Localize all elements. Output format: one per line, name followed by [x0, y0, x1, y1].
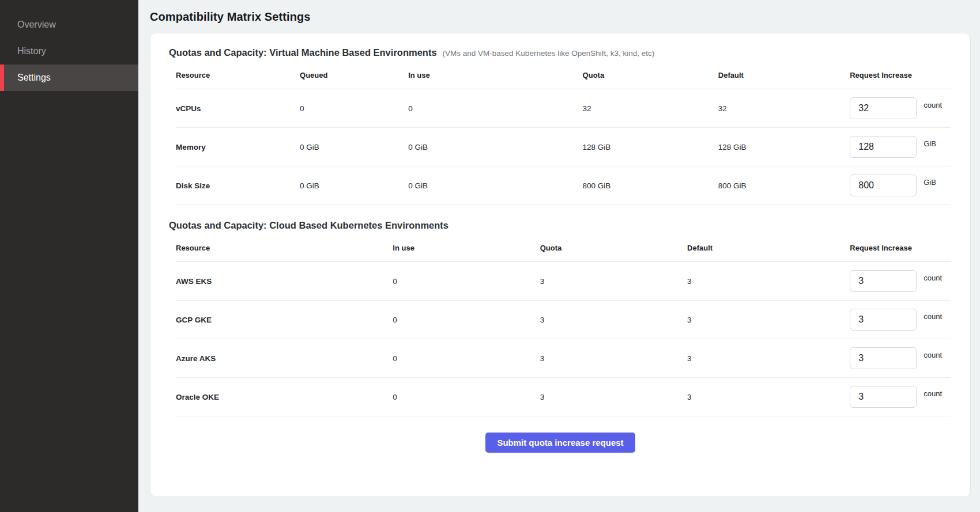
column-header: Request Increase — [850, 60, 951, 89]
section-heading: Quotas and Capacity: Virtual Machine Bas… — [169, 47, 437, 58]
request-increase-input[interactable] — [850, 386, 917, 408]
table-row: Memory0 GiB0 GiB128 GiB128 GiBGiB — [176, 128, 951, 166]
unit-label: GiB — [924, 139, 936, 148]
cell-request-increase: count — [850, 89, 951, 128]
request-increase-input[interactable] — [850, 270, 917, 292]
submit-quota-increase-button[interactable]: Submit quota increase request — [485, 433, 635, 453]
request-increase-input[interactable] — [850, 136, 917, 158]
column-header: Resource — [176, 233, 393, 262]
settings-card: Quotas and Capacity: Virtual Machine Bas… — [150, 33, 971, 497]
section-heading-row: Quotas and Capacity: Cloud Based Kuberne… — [168, 220, 953, 231]
sidebar-item-overview[interactable]: Overview — [0, 12, 138, 38]
column-header: Default — [718, 60, 850, 89]
cell-in_use: 0 — [393, 301, 540, 339]
table-row: GCP GKE033count — [176, 301, 951, 339]
request-increase-input[interactable] — [850, 347, 917, 369]
sidebar-item-label: Overview — [17, 20, 56, 30]
sidebar: OverviewHistorySettings — [0, 0, 138, 512]
cell-request-increase: GiB — [850, 166, 951, 205]
page-title: Compatibility Matrix Settings — [150, 10, 971, 24]
table-header-row: ResourceQueuedIn useQuotaDefaultRequest … — [176, 60, 951, 89]
column-header: Queued — [300, 60, 408, 89]
cell-request-increase: count — [850, 339, 951, 378]
cell-request-increase: count — [850, 262, 951, 301]
cell-quota: 3 — [540, 339, 687, 378]
active-indicator-bar — [0, 65, 4, 91]
unit-label: count — [924, 312, 942, 321]
cell-resource: AWS EKS — [176, 262, 393, 301]
column-header: Default — [687, 233, 850, 262]
request-increase-input[interactable] — [850, 175, 917, 196]
cloud-quota-table: ResourceIn useQuotaDefaultRequest Increa… — [176, 233, 951, 416]
request-increase-wrap: count — [850, 386, 951, 408]
cell-quota: 128 GiB — [583, 128, 718, 166]
sidebar-item-label: Settings — [17, 73, 51, 83]
column-header: In use — [408, 60, 582, 89]
cell-request-increase: GiB — [850, 128, 951, 166]
cell-resource: vCPUs — [176, 89, 300, 128]
request-increase-input[interactable] — [850, 309, 917, 331]
request-increase-wrap: count — [850, 270, 951, 292]
column-header: Quota — [583, 60, 718, 89]
table-row: Azure AKS033count — [176, 339, 951, 378]
unit-label: count — [924, 274, 942, 282]
cell-resource: Oracle OKE — [176, 378, 393, 416]
table-header-row: ResourceIn useQuotaDefaultRequest Increa… — [176, 233, 951, 262]
cell-queued: 0 — [300, 89, 408, 128]
cell-quota: 32 — [583, 89, 718, 128]
cell-quota: 800 GiB — [583, 166, 718, 205]
cell-quota: 3 — [540, 378, 687, 416]
column-header: Resource — [176, 60, 300, 89]
cell-queued: 0 GiB — [300, 166, 408, 205]
table-row: Disk Size0 GiB0 GiB800 GiB800 GiBGiB — [176, 166, 951, 205]
vm-quota-table: ResourceQueuedIn useQuotaDefaultRequest … — [176, 60, 951, 205]
cell-in_use: 0 — [393, 378, 540, 416]
section-vm-environments: Quotas and Capacity: Virtual Machine Bas… — [168, 47, 953, 205]
request-increase-wrap: count — [850, 309, 951, 331]
request-increase-wrap: count — [850, 97, 951, 119]
cell-default: 3 — [687, 339, 850, 378]
cell-quota: 3 — [540, 301, 687, 339]
cell-resource: Azure AKS — [176, 339, 393, 378]
cell-default: 3 — [687, 378, 850, 416]
cell-in_use: 0 — [393, 339, 540, 378]
section-heading-row: Quotas and Capacity: Virtual Machine Bas… — [168, 47, 953, 58]
request-increase-input[interactable] — [850, 97, 917, 119]
cell-in_use: 0 GiB — [408, 128, 582, 166]
cell-default: 32 — [718, 89, 850, 128]
cell-request-increase: count — [850, 301, 951, 339]
cell-quota: 3 — [540, 262, 687, 301]
cell-resource: GCP GKE — [176, 301, 393, 339]
table-row: Oracle OKE033count — [176, 378, 951, 416]
cell-request-increase: count — [850, 378, 951, 416]
table-row: AWS EKS033count — [176, 262, 951, 301]
cell-default: 3 — [687, 301, 850, 339]
cell-default: 3 — [687, 262, 850, 301]
cell-in_use: 0 — [408, 89, 582, 128]
sidebar-nav: OverviewHistorySettings — [0, 12, 138, 91]
submit-row: Submit quota increase request — [168, 416, 953, 461]
section-note: (VMs and VM-based Kubernetes like OpenSh… — [443, 49, 655, 58]
unit-label: count — [924, 101, 942, 109]
section-cloud-kubernetes: Quotas and Capacity: Cloud Based Kuberne… — [168, 220, 953, 416]
sidebar-item-history[interactable]: History — [0, 38, 138, 65]
request-increase-wrap: GiB — [850, 175, 951, 196]
request-increase-wrap: count — [850, 347, 951, 369]
column-header: In use — [393, 233, 540, 262]
table-row: vCPUs003232count — [176, 89, 951, 128]
column-header: Request Increase — [850, 233, 951, 262]
cell-in_use: 0 — [393, 262, 540, 301]
cell-default: 800 GiB — [718, 166, 850, 205]
app-window: OverviewHistorySettings Compatibility Ma… — [0, 0, 980, 512]
cell-resource: Disk Size — [176, 166, 300, 205]
cell-default: 128 GiB — [718, 128, 850, 166]
unit-label: count — [924, 389, 942, 398]
section-heading: Quotas and Capacity: Cloud Based Kuberne… — [169, 220, 448, 231]
cell-queued: 0 GiB — [300, 128, 408, 166]
column-header: Quota — [540, 233, 687, 262]
unit-label: GiB — [924, 178, 936, 187]
cell-resource: Memory — [176, 128, 300, 166]
main-content: Compatibility Matrix Settings Quotas and… — [138, 0, 980, 512]
cell-in_use: 0 GiB — [408, 166, 582, 205]
sidebar-item-settings[interactable]: Settings — [0, 65, 138, 91]
